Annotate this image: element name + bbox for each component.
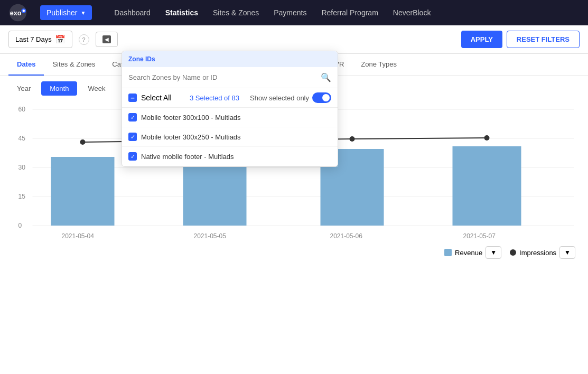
nav-links: Dashboard Statistics Sites & Zones Payme… <box>109 8 436 17</box>
revenue-legend-box <box>444 249 452 256</box>
zone-search-input[interactable] <box>128 73 316 81</box>
collapse-icon: ◀ <box>102 35 111 43</box>
zone-item[interactable]: Native mobile footer - Multiads <box>122 147 338 166</box>
y-label-0: 0 <box>18 222 22 229</box>
date-range-label: Last 7 Days <box>15 35 52 43</box>
revenue-legend-label: Revenue <box>455 249 482 257</box>
y-label-15: 15 <box>18 193 26 200</box>
nav-payments[interactable]: Payments <box>268 5 312 20</box>
search-row: 🔍 <box>122 67 338 88</box>
show-selected-label: Show selected only <box>250 94 309 102</box>
tab-sites-zones[interactable]: Sites & Zones <box>44 54 104 76</box>
select-all-checkbox[interactable] <box>128 94 137 102</box>
bar-4 <box>453 146 521 226</box>
svg-text:exo: exo <box>10 10 22 17</box>
nav-neverblock[interactable]: NeverBlock <box>388 5 436 20</box>
select-all-row: Select All 3 Selected of 83 Show selecte… <box>122 88 338 108</box>
zone-checkbox-2[interactable] <box>128 152 137 161</box>
zone-checkbox-1[interactable] <box>128 133 137 141</box>
x-label-4: 2021-05-07 <box>463 232 496 240</box>
nav-sites-zones[interactable]: Sites & Zones <box>208 5 264 20</box>
nav-dashboard[interactable]: Dashboard <box>109 5 156 20</box>
y-label-60: 60 <box>18 106 26 113</box>
line-dot-3 <box>350 136 355 142</box>
publisher-label: Publisher <box>46 8 77 17</box>
dropdown-header: Zone IDs <box>122 51 338 67</box>
impressions-legend-circle <box>510 249 516 256</box>
zone-ids-dropdown: Zone IDs 🔍 Select All 3 Selected of 83 S… <box>122 51 338 167</box>
zone-list: Mobile footer 300x100 - Multiads Mobile … <box>122 108 338 166</box>
zone-ids-trigger: ◀ <box>96 32 118 47</box>
zone-label-1: Mobile footer 300x250 - Multiads <box>141 133 241 141</box>
zone-checkbox-0[interactable] <box>128 113 137 121</box>
navbar: exo Publisher ▼ Dashboard Statistics Sit… <box>0 0 588 25</box>
tab-zone-types[interactable]: Zone Types <box>352 54 405 76</box>
zone-label-2: Native mobile footer - Multiads <box>141 153 234 161</box>
zone-item[interactable]: Mobile footer 300x250 - Multiads <box>122 127 338 147</box>
date-range-button[interactable]: Last 7 Days 📅 <box>8 31 72 48</box>
selected-count-badge: 3 Selected of 83 <box>190 94 239 102</box>
publisher-button[interactable]: Publisher ▼ <box>40 5 92 20</box>
zone-ids-button[interactable]: ◀ <box>96 32 118 47</box>
impressions-legend-label: Impressions <box>519 249 556 257</box>
line-dot-1 <box>80 139 86 145</box>
apply-button[interactable]: APPLY <box>461 31 502 48</box>
revenue-legend: Revenue ▼ <box>444 246 501 259</box>
nav-statistics[interactable]: Statistics <box>160 5 203 20</box>
impressions-legend: Impressions ▼ <box>510 246 575 259</box>
bar-1 <box>51 157 115 226</box>
y-label-30: 30 <box>18 164 26 171</box>
svg-point-3 <box>23 10 25 12</box>
x-label-1: 2021-05-04 <box>62 232 95 240</box>
search-icon: 🔍 <box>321 72 331 82</box>
filter-action-buttons: APPLY RESET FILTERS <box>461 31 580 48</box>
date-tab-year[interactable]: Year <box>8 81 39 96</box>
nav-referral[interactable]: Referral Program <box>316 5 383 20</box>
show-selected-row: Show selected only <box>250 92 331 103</box>
reset-filters-button[interactable]: RESET FILTERS <box>507 31 580 48</box>
logo: exo <box>8 3 27 22</box>
x-label-3: 2021-05-06 <box>330 232 363 240</box>
revenue-dropdown[interactable]: ▼ <box>486 246 501 259</box>
zone-label-0: Mobile footer 300x100 - Multiads <box>141 114 241 121</box>
calendar-icon: 📅 <box>55 34 66 44</box>
date-tab-month[interactable]: Month <box>41 81 77 96</box>
logo-icon: exo <box>8 3 27 22</box>
y-label-45: 45 <box>18 135 26 142</box>
zone-item[interactable]: Mobile footer 300x100 - Multiads <box>122 108 338 127</box>
select-all-label: Select All <box>141 94 172 102</box>
x-label-2: 2021-05-05 <box>194 232 227 240</box>
filter-bar: Last 7 Days 📅 ? ◀ APPLY RESET FILTERS Zo… <box>0 25 588 54</box>
line-dot-4 <box>484 135 490 141</box>
impressions-dropdown[interactable]: ▼ <box>559 246 575 259</box>
tab-dates[interactable]: Dates <box>8 54 44 76</box>
chevron-down-icon: ▼ <box>80 10 86 16</box>
show-selected-toggle[interactable] <box>312 92 331 103</box>
date-tab-week[interactable]: Week <box>79 81 114 96</box>
chart-legend: Revenue ▼ Impressions ▼ <box>444 246 575 259</box>
help-icon[interactable]: ? <box>79 34 89 45</box>
